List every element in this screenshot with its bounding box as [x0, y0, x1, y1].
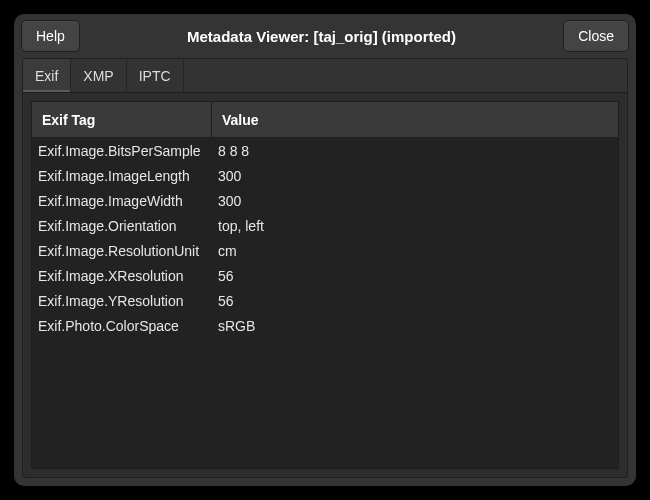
- close-button[interactable]: Close: [563, 20, 629, 52]
- column-header-exif-tag[interactable]: Exif Tag: [32, 102, 212, 137]
- tab-xmp[interactable]: XMP: [71, 59, 126, 92]
- column-header-value[interactable]: Value: [212, 102, 618, 137]
- tab-exif[interactable]: Exif: [23, 59, 71, 92]
- cell-exif-tag: Exif.Image.ImageWidth: [32, 193, 212, 209]
- cell-exif-tag: Exif.Image.ImageLength: [32, 168, 212, 184]
- table-row[interactable]: Exif.Image.ImageLength300: [32, 163, 618, 188]
- cell-value: sRGB: [212, 318, 618, 334]
- table-row[interactable]: Exif.Image.Orientationtop, left: [32, 213, 618, 238]
- cell-value: 56: [212, 268, 618, 284]
- exif-table: Exif Tag Value Exif.Image.BitsPerSample8…: [31, 101, 619, 469]
- table-header: Exif Tag Value: [32, 102, 618, 138]
- cell-exif-tag: Exif.Image.Orientation: [32, 218, 212, 234]
- tab-body-exif: Exif Tag Value Exif.Image.BitsPerSample8…: [23, 93, 627, 477]
- tabs-frame: Exif XMP IPTC Exif Tag Value Exif.Image.…: [22, 58, 628, 478]
- help-button[interactable]: Help: [21, 20, 80, 52]
- cell-value: 56: [212, 293, 618, 309]
- window-title: Metadata Viewer: [taj_orig] (imported): [88, 28, 555, 45]
- titlebar: Help Metadata Viewer: [taj_orig] (import…: [14, 14, 636, 58]
- cell-value: 8 8 8: [212, 143, 618, 159]
- cell-value: 300: [212, 193, 618, 209]
- cell-value: top, left: [212, 218, 618, 234]
- table-row[interactable]: Exif.Photo.ColorSpacesRGB: [32, 313, 618, 338]
- cell-exif-tag: Exif.Image.YResolution: [32, 293, 212, 309]
- table-row[interactable]: Exif.Image.BitsPerSample8 8 8: [32, 138, 618, 163]
- cell-value: 300: [212, 168, 618, 184]
- cell-exif-tag: Exif.Image.ResolutionUnit: [32, 243, 212, 259]
- table-row[interactable]: Exif.Image.YResolution56: [32, 288, 618, 313]
- metadata-viewer-window: Help Metadata Viewer: [taj_orig] (import…: [14, 14, 636, 486]
- tab-strip: Exif XMP IPTC: [23, 59, 627, 93]
- table-row[interactable]: Exif.Image.ResolutionUnitcm: [32, 238, 618, 263]
- table-row[interactable]: Exif.Image.XResolution56: [32, 263, 618, 288]
- table-body[interactable]: Exif.Image.BitsPerSample8 8 8Exif.Image.…: [32, 138, 618, 468]
- content-area: Exif XMP IPTC Exif Tag Value Exif.Image.…: [14, 58, 636, 486]
- cell-exif-tag: Exif.Photo.ColorSpace: [32, 318, 212, 334]
- cell-value: cm: [212, 243, 618, 259]
- tab-iptc[interactable]: IPTC: [127, 59, 184, 92]
- cell-exif-tag: Exif.Image.BitsPerSample: [32, 143, 212, 159]
- cell-exif-tag: Exif.Image.XResolution: [32, 268, 212, 284]
- table-row[interactable]: Exif.Image.ImageWidth300: [32, 188, 618, 213]
